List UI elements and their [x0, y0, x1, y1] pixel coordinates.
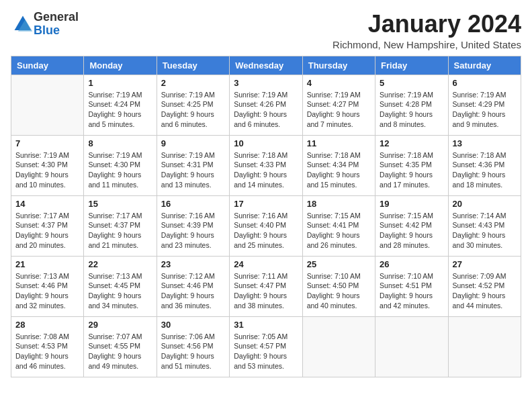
logo-blue-text: Blue — [34, 24, 60, 37]
calendar-cell: 13Sunrise: 7:18 AMSunset: 4:36 PMDayligh… — [448, 135, 521, 195]
day-number: 11 — [307, 138, 371, 148]
title-block: January 2024 Richmond, New Hampshire, Un… — [332, 11, 521, 50]
day-info: Sunrise: 7:18 AMSunset: 4:34 PMDaylight:… — [307, 150, 371, 190]
day-info: Sunrise: 7:19 AMSunset: 4:27 PMDaylight:… — [307, 90, 371, 130]
calendar-cell: 28Sunrise: 7:08 AMSunset: 4:53 PMDayligh… — [11, 316, 84, 377]
weekday-header-thursday: Thursday — [302, 56, 375, 75]
day-number: 15 — [88, 199, 152, 209]
day-info: Sunrise: 7:13 AMSunset: 4:45 PMDaylight:… — [88, 271, 152, 311]
day-info: Sunrise: 7:17 AMSunset: 4:37 PMDaylight:… — [15, 211, 79, 250]
day-info: Sunrise: 7:07 AMSunset: 4:55 PMDaylight:… — [88, 332, 152, 371]
calendar-cell: 22Sunrise: 7:13 AMSunset: 4:45 PMDayligh… — [84, 256, 157, 316]
weekday-header-saturday: Saturday — [448, 56, 521, 75]
day-info: Sunrise: 7:19 AMSunset: 4:25 PMDaylight:… — [161, 90, 225, 130]
day-number: 18 — [307, 199, 371, 209]
day-number: 16 — [161, 199, 225, 209]
logo-icon — [12, 13, 34, 35]
day-number: 6 — [453, 78, 517, 88]
logo: General Blue — [11, 11, 79, 38]
calendar-week-row: 28Sunrise: 7:08 AMSunset: 4:53 PMDayligh… — [11, 316, 521, 377]
calendar-cell: 6Sunrise: 7:19 AMSunset: 4:29 PMDaylight… — [448, 75, 521, 135]
calendar-cell: 25Sunrise: 7:10 AMSunset: 4:50 PMDayligh… — [302, 256, 375, 316]
day-number: 20 — [453, 199, 517, 209]
day-info: Sunrise: 7:19 AMSunset: 4:30 PMDaylight:… — [88, 150, 152, 190]
day-number: 19 — [380, 199, 443, 209]
day-info: Sunrise: 7:13 AMSunset: 4:46 PMDaylight:… — [15, 271, 79, 311]
day-number: 5 — [380, 78, 443, 88]
calendar-cell: 2Sunrise: 7:19 AMSunset: 4:25 PMDaylight… — [157, 75, 229, 135]
day-info: Sunrise: 7:06 AMSunset: 4:56 PMDaylight:… — [161, 332, 225, 371]
calendar-week-row: 21Sunrise: 7:13 AMSunset: 4:46 PMDayligh… — [11, 256, 521, 316]
day-info: Sunrise: 7:19 AMSunset: 4:24 PMDaylight:… — [88, 90, 152, 130]
day-info: Sunrise: 7:17 AMSunset: 4:37 PMDaylight:… — [88, 211, 152, 250]
calendar-week-row: 1Sunrise: 7:19 AMSunset: 4:24 PMDaylight… — [11, 75, 521, 135]
day-info: Sunrise: 7:10 AMSunset: 4:51 PMDaylight:… — [380, 271, 443, 311]
day-number: 10 — [234, 138, 298, 148]
day-info: Sunrise: 7:15 AMSunset: 4:42 PMDaylight:… — [380, 211, 443, 250]
weekday-header-friday: Friday — [375, 56, 448, 75]
day-number: 13 — [453, 138, 517, 148]
calendar-cell: 31Sunrise: 7:05 AMSunset: 4:57 PMDayligh… — [230, 316, 302, 377]
day-number: 7 — [15, 138, 79, 148]
day-info: Sunrise: 7:08 AMSunset: 4:53 PMDaylight:… — [15, 332, 79, 371]
weekday-header-sunday: Sunday — [11, 56, 84, 75]
day-number: 9 — [161, 138, 225, 148]
calendar-cell: 10Sunrise: 7:18 AMSunset: 4:33 PMDayligh… — [230, 135, 302, 195]
calendar-cell: 24Sunrise: 7:11 AMSunset: 4:47 PMDayligh… — [230, 256, 302, 316]
logo-general-text: General — [34, 10, 79, 24]
day-number: 23 — [161, 259, 225, 269]
calendar-week-row: 7Sunrise: 7:19 AMSunset: 4:30 PMDaylight… — [11, 135, 521, 195]
weekday-header-monday: Monday — [84, 56, 157, 75]
calendar-cell: 29Sunrise: 7:07 AMSunset: 4:55 PMDayligh… — [84, 316, 157, 377]
month-title: January 2024 — [332, 11, 521, 38]
calendar-cell: 8Sunrise: 7:19 AMSunset: 4:30 PMDaylight… — [84, 135, 157, 195]
day-number: 17 — [234, 199, 298, 209]
calendar-cell: 23Sunrise: 7:12 AMSunset: 4:46 PMDayligh… — [157, 256, 229, 316]
day-info: Sunrise: 7:19 AMSunset: 4:31 PMDaylight:… — [161, 150, 225, 190]
day-info: Sunrise: 7:19 AMSunset: 4:30 PMDaylight:… — [15, 150, 79, 190]
calendar-week-row: 14Sunrise: 7:17 AMSunset: 4:37 PMDayligh… — [11, 195, 521, 256]
day-info: Sunrise: 7:15 AMSunset: 4:41 PMDaylight:… — [307, 211, 371, 250]
calendar-cell: 20Sunrise: 7:14 AMSunset: 4:43 PMDayligh… — [448, 195, 521, 256]
day-number: 30 — [161, 320, 225, 330]
day-number: 22 — [88, 259, 152, 269]
day-info: Sunrise: 7:12 AMSunset: 4:46 PMDaylight:… — [161, 271, 225, 311]
day-number: 26 — [380, 259, 443, 269]
day-info: Sunrise: 7:16 AMSunset: 4:40 PMDaylight:… — [234, 211, 298, 250]
calendar-cell: 21Sunrise: 7:13 AMSunset: 4:46 PMDayligh… — [11, 256, 84, 316]
day-number: 12 — [380, 138, 443, 148]
day-info: Sunrise: 7:18 AMSunset: 4:35 PMDaylight:… — [380, 150, 443, 190]
calendar-cell: 27Sunrise: 7:09 AMSunset: 4:52 PMDayligh… — [448, 256, 521, 316]
calendar-cell — [11, 75, 84, 135]
calendar-cell: 4Sunrise: 7:19 AMSunset: 4:27 PMDaylight… — [302, 75, 375, 135]
page-header: General Blue January 2024 Richmond, New … — [11, 11, 521, 50]
day-info: Sunrise: 7:18 AMSunset: 4:33 PMDaylight:… — [234, 150, 298, 190]
day-info: Sunrise: 7:18 AMSunset: 4:36 PMDaylight:… — [453, 150, 517, 190]
calendar-cell: 9Sunrise: 7:19 AMSunset: 4:31 PMDaylight… — [157, 135, 229, 195]
calendar-cell: 26Sunrise: 7:10 AMSunset: 4:51 PMDayligh… — [375, 256, 448, 316]
calendar-cell: 17Sunrise: 7:16 AMSunset: 4:40 PMDayligh… — [230, 195, 302, 256]
day-number: 31 — [234, 320, 298, 330]
calendar-cell: 14Sunrise: 7:17 AMSunset: 4:37 PMDayligh… — [11, 195, 84, 256]
day-info: Sunrise: 7:11 AMSunset: 4:47 PMDaylight:… — [234, 271, 298, 311]
day-number: 25 — [307, 259, 371, 269]
weekday-header-tuesday: Tuesday — [157, 56, 229, 75]
day-number: 24 — [234, 259, 298, 269]
calendar-cell: 12Sunrise: 7:18 AMSunset: 4:35 PMDayligh… — [375, 135, 448, 195]
day-number: 29 — [88, 320, 152, 330]
calendar-cell: 5Sunrise: 7:19 AMSunset: 4:28 PMDaylight… — [375, 75, 448, 135]
weekday-header-wednesday: Wednesday — [230, 56, 302, 75]
weekday-header-row: SundayMondayTuesdayWednesdayThursdayFrid… — [11, 56, 521, 75]
calendar-cell — [375, 316, 448, 377]
day-number: 21 — [15, 259, 79, 269]
location-text: Richmond, New Hampshire, United States — [332, 39, 521, 50]
day-info: Sunrise: 7:19 AMSunset: 4:26 PMDaylight:… — [234, 90, 298, 130]
day-info: Sunrise: 7:05 AMSunset: 4:57 PMDaylight:… — [234, 332, 298, 371]
calendar-cell: 7Sunrise: 7:19 AMSunset: 4:30 PMDaylight… — [11, 135, 84, 195]
day-info: Sunrise: 7:19 AMSunset: 4:28 PMDaylight:… — [380, 90, 443, 130]
day-number: 28 — [15, 320, 79, 330]
calendar-cell — [302, 316, 375, 377]
day-number: 4 — [307, 78, 371, 88]
calendar-cell: 1Sunrise: 7:19 AMSunset: 4:24 PMDaylight… — [84, 75, 157, 135]
calendar-cell: 15Sunrise: 7:17 AMSunset: 4:37 PMDayligh… — [84, 195, 157, 256]
